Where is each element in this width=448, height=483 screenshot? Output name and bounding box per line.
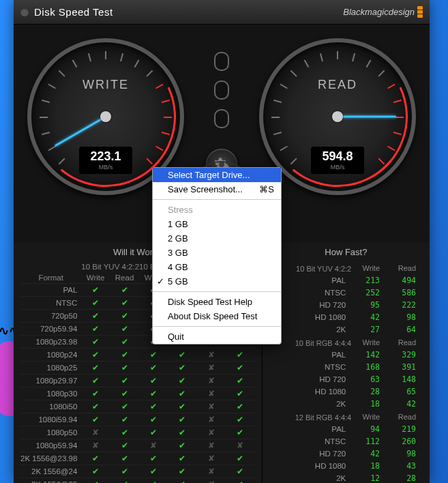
wiw-row: 1080p50✘✔✔✔✘✔ bbox=[20, 426, 255, 439]
close-icon[interactable] bbox=[20, 8, 29, 16]
hf-row: HD 10801843 bbox=[269, 460, 423, 472]
hf-row: PAL142329 bbox=[269, 349, 423, 361]
indicator-3 bbox=[214, 109, 229, 128]
menu-g1[interactable]: 1 GB bbox=[153, 217, 281, 231]
read-readout: 594.8 MB/s bbox=[311, 147, 364, 174]
read-needle bbox=[338, 116, 396, 118]
menu-g5[interactable]: 5 GB bbox=[153, 274, 281, 289]
window-title: Disk Speed Test bbox=[34, 6, 113, 18]
indicator-1 bbox=[214, 52, 229, 71]
how-fast-title: How Fast? bbox=[269, 247, 423, 257]
wiw-row: 2K 1556@25✔✔✔✔✘✔ bbox=[20, 478, 255, 484]
hf-row: HD 10804298 bbox=[269, 311, 423, 323]
wiw-row: 2K 1556@23.98✔✔✔✔✘✔ bbox=[20, 452, 255, 465]
how-fast-panel: How Fast? 10 Bit YUV 4:2:2WriteReadPAL21… bbox=[263, 243, 430, 483]
write-readout: 223.1 MB/s bbox=[79, 147, 132, 174]
hf-row: HD 7204298 bbox=[269, 448, 423, 460]
titlebar[interactable]: Disk Speed Test Blackmagicdesign bbox=[14, 0, 430, 25]
menu-about[interactable]: About Disk Speed Test bbox=[153, 309, 281, 323]
how-fast-table: 10 Bit YUV 4:2:2WriteReadPAL213494NTSC25… bbox=[269, 261, 423, 483]
hf-row: 2K1228 bbox=[269, 472, 423, 483]
app-window: Disk Speed Test Blackmagicdesign WRITE 2… bbox=[14, 0, 430, 483]
menu-help[interactable]: Disk Speed Test Help bbox=[153, 295, 281, 309]
hf-row: HD 72095222 bbox=[269, 299, 423, 311]
hf-row: 2K2764 bbox=[269, 323, 423, 336]
hf-row: NTSC112260 bbox=[269, 435, 423, 448]
read-label: READ bbox=[263, 78, 412, 92]
menu-g2[interactable]: 2 GB bbox=[153, 231, 281, 246]
hf-row: PAL94219 bbox=[269, 423, 423, 435]
hf-row: NTSC252586 bbox=[269, 287, 423, 299]
context-menu: Select Target Drive...Save Screenshot...… bbox=[152, 167, 282, 345]
wiw-row: 1080p25✔✔✔✔✘✔ bbox=[20, 362, 255, 375]
wiw-row: 1080p24✔✔✔✔✘✔ bbox=[20, 349, 255, 362]
menu-select_target[interactable]: Select Target Drive... bbox=[153, 168, 281, 182]
hf-row: NTSC168391 bbox=[269, 361, 423, 373]
wiw-row: 1080i50✔✔✔✔✘✔ bbox=[20, 400, 255, 413]
brand-icon bbox=[417, 6, 423, 18]
hf-row: 2K1842 bbox=[269, 398, 423, 410]
menu-quit[interactable]: Quit bbox=[153, 330, 281, 344]
indicator-2 bbox=[214, 80, 229, 100]
menu-stress_header: Stress bbox=[153, 203, 281, 217]
wiw-row: 1080i59.94✔✔✔✔✘✔ bbox=[20, 413, 255, 426]
hf-row: HD 10802865 bbox=[269, 385, 423, 398]
wiw-row: 1080p59.94✘✔✘✔✘✘ bbox=[20, 439, 255, 452]
wiw-row: 2K 1556@24✔✔✔✔✘✔ bbox=[20, 465, 255, 478]
menu-save_shot[interactable]: Save Screenshot...⌘S bbox=[153, 182, 281, 196]
read-gauge: READ 594.8 MB/s bbox=[259, 38, 416, 195]
hf-row: PAL213494 bbox=[269, 274, 423, 287]
wiw-row: 1080p30✔✔✔✔✘✔ bbox=[20, 387, 255, 400]
wiw-row: 1080p29.97✔✔✔✔✘✔ bbox=[20, 375, 255, 387]
write-label: WRITE bbox=[31, 78, 180, 92]
menu-g3[interactable]: 3 GB bbox=[153, 246, 281, 260]
menu-g4[interactable]: 4 GB bbox=[153, 260, 281, 274]
brand-label: Blackmagicdesign bbox=[343, 6, 423, 18]
hf-row: HD 72063148 bbox=[269, 373, 423, 385]
